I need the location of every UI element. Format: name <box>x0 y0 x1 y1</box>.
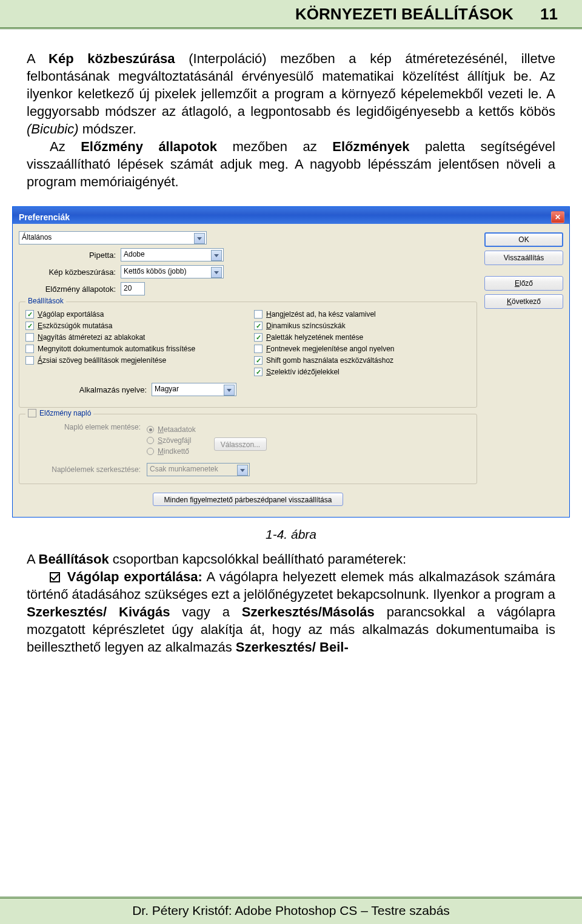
checkbox-option[interactable]: ✓Eszközsúgók mutatása <box>25 322 242 330</box>
checkbox-label: Szelektív idézőjelekkel <box>266 368 340 376</box>
checkbox-label: Vágólap exportálása <box>38 310 104 319</box>
checkbox-option[interactable]: ✓Szelektív idézőjelekkel <box>254 368 470 376</box>
history-log-legend: Előzmény napló <box>25 409 93 417</box>
body-text-block: A Kép közbeszúrása (Interpoláció) mezőbe… <box>0 29 582 199</box>
checkbox-label: Hangjelzést ad, ha kész valamivel <box>266 310 376 319</box>
page-header: KÖRNYEZETI BEÁLLÍTÁSOK 11 <box>0 0 582 29</box>
radio-label: Mindkettő <box>158 447 189 456</box>
checkbox-icon <box>25 333 34 342</box>
checkbox-icon: ✓ <box>254 368 263 376</box>
log-save-label: Napló elemek mentése: <box>25 423 141 431</box>
checkbox-option[interactable]: ✓Paletták helyzetének mentése <box>254 333 470 342</box>
history-label: Előzmény állapotok: <box>19 285 116 294</box>
paragraph-4: Vágólap exportálása: A vágólapra helyeze… <box>27 568 555 656</box>
radio-icon <box>147 437 154 444</box>
radio-label: Metaadatok <box>158 425 196 434</box>
checkbox-icon: ✓ <box>254 322 263 330</box>
figure-caption: 1-4. ábra <box>0 527 582 542</box>
language-dropdown[interactable]: Magyar <box>152 383 236 396</box>
prev-button[interactable]: Előző <box>484 276 563 291</box>
settings-legend: Beállítások <box>25 297 66 305</box>
pipetta-label: Pipetta: <box>19 251 116 260</box>
reset-dialogs-button[interactable]: Minden figyelmeztető párbeszédpanel viss… <box>153 493 344 506</box>
checkbox-option[interactable]: ✓Vágólap exportálása <box>25 310 242 319</box>
checkbox-label: Shift gomb használata eszközváltáshoz <box>266 356 393 365</box>
radio-option[interactable]: Metaadatok <box>147 425 196 434</box>
header-title: KÖRNYEZETI BEÁLLÍTÁSOK <box>295 5 513 23</box>
checkbox-icon: ✓ <box>25 322 34 330</box>
pipetta-dropdown[interactable]: Adobe <box>121 248 224 261</box>
log-edit-label: Naplóelemek szerkesztése: <box>25 465 141 474</box>
interp-dropdown[interactable]: Kettős köbös (jobb) <box>121 265 224 278</box>
close-icon[interactable]: ✕ <box>551 211 564 223</box>
checkbox-label: Megnyitott dokumentumok automatikus fris… <box>38 345 195 353</box>
language-label: Alkalmazás nyelve: <box>25 385 147 394</box>
radio-icon <box>147 448 154 455</box>
checkbox-icon <box>25 356 34 365</box>
checkbox-icon: ✓ <box>25 310 34 319</box>
page-number: 11 <box>529 5 558 24</box>
checkbox-icon: ✓ <box>254 333 263 342</box>
history-input[interactable]: 20 <box>121 282 145 295</box>
log-edit-dropdown[interactable]: Csak munkamenetek <box>147 463 250 476</box>
reset-button[interactable]: Visszaállítás <box>484 251 563 265</box>
next-button[interactable]: Következő <box>484 294 563 309</box>
checkbox-label: Ázsiai szöveg beállítások megjelenítése <box>38 356 166 365</box>
checkbox-option[interactable]: Fontnevek megjelenítése angol nyelven <box>254 345 470 353</box>
checkbox-icon <box>254 310 263 319</box>
paragraph-2: Az Előzmény állapotok mezőben az Előzmén… <box>27 138 555 191</box>
checkbox-label: Nagyítás átméretezi az ablakokat <box>38 333 145 342</box>
page-footer: Dr. Pétery Kristóf: Adobe Photoshop CS –… <box>0 897 582 924</box>
checkbox-option[interactable]: Ázsiai szöveg beállítások megjelenítése <box>25 356 242 365</box>
interp-label: Kép közbeszúrása: <box>19 268 116 277</box>
checkbox-option[interactable]: Megnyitott dokumentumok automatikus fris… <box>25 345 242 353</box>
checkbox-label: Dinamikus színcsúszkák <box>266 322 346 330</box>
checkbox-option[interactable]: ✓Shift gomb használata eszközváltáshoz <box>254 356 470 365</box>
checkbox-label: Eszközsúgók mutatása <box>38 322 112 330</box>
checkbox-icon <box>25 345 34 353</box>
ok-button[interactable]: OK <box>484 232 563 247</box>
radio-icon <box>147 426 154 433</box>
dialog-screenshot: Preferenciák ✕ Általános Pipetta: Adobe … <box>12 206 570 518</box>
checkbox-icon: ✓ <box>254 356 263 365</box>
history-log-group: Előzmény napló Napló elemek mentése: Met… <box>19 414 477 484</box>
checkbox-icon <box>50 572 60 582</box>
paragraph-3: A Beállítások csoportban kapcsolókkal be… <box>27 550 555 568</box>
settings-group: Beállítások ✓Vágólap exportálása✓Eszközs… <box>19 302 477 408</box>
checkbox-option[interactable]: Hangjelzést ad, ha kész valamivel <box>254 310 470 319</box>
history-log-checkbox[interactable] <box>28 409 36 417</box>
checkbox-option[interactable]: Nagyítás átméretezi az ablakokat <box>25 333 242 342</box>
radio-option[interactable]: Mindkettő <box>147 447 196 456</box>
radio-label: Szövegfájl <box>158 436 191 445</box>
dialog-titlebar: Preferenciák ✕ <box>13 207 569 224</box>
checkbox-option[interactable]: ✓Dinamikus színcsúszkák <box>254 322 470 330</box>
radio-option[interactable]: Szövegfájl <box>147 436 196 445</box>
section-dropdown[interactable]: Általános <box>19 231 207 244</box>
checkbox-label: Fontnevek megjelenítése angol nyelven <box>266 345 394 353</box>
dialog-title: Preferenciák <box>19 212 70 222</box>
paragraph-1: A Kép közbeszúrása (Interpoláció) mezőbe… <box>27 50 555 138</box>
body-text-after: A Beállítások csoportban kapcsolókkal be… <box>0 550 582 656</box>
choose-button[interactable]: Válasszon... <box>214 437 267 451</box>
checkbox-label: Paletták helyzetének mentése <box>266 333 363 342</box>
checkbox-icon <box>254 345 263 353</box>
